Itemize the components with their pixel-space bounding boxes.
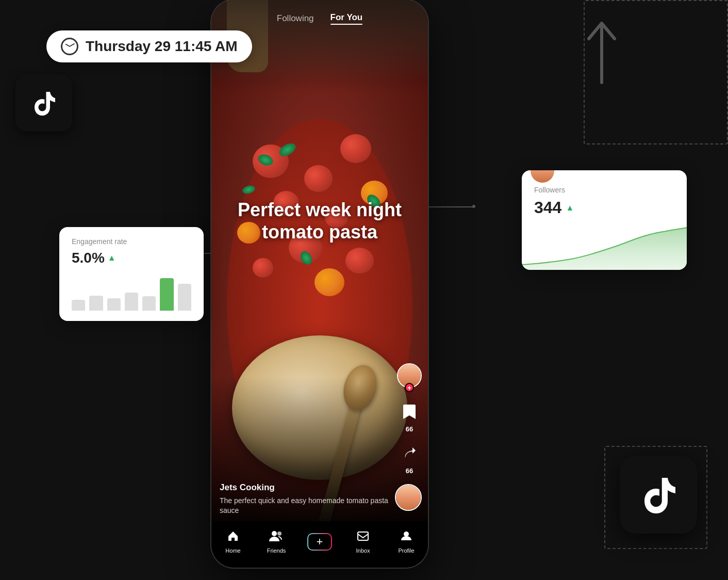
tab-for-you[interactable]: For You [330,8,363,29]
engagement-trend-icon: ▲ [108,253,116,263]
bookmark-count: 66 [406,425,413,433]
svg-point-3 [404,531,409,537]
creator-name: Jets Cooking [220,482,392,493]
svg-point-1 [277,531,282,536]
followers-label: Followers [534,186,674,194]
content-info: Jets Cooking The perfect quick and easy … [220,482,392,516]
nav-home[interactable]: Home [211,530,255,554]
inbox-label: Inbox [356,547,370,554]
nav-profile[interactable]: Profile [385,530,428,554]
friends-icon [269,530,284,545]
followers-trend-icon: ▲ [566,203,574,213]
nav-friends[interactable]: Friends [255,530,298,554]
followers-area-chart [522,223,687,270]
svg-rect-2 [358,532,368,540]
follow-plus-badge: + [405,383,414,392]
followers-count: 344 ▲ [534,198,674,217]
followers-avatar [529,170,556,184]
nav-inbox[interactable]: Inbox [341,530,385,554]
nav-add[interactable]: + [298,533,341,551]
bookmark-icon [398,400,421,423]
home-label: Home [225,547,240,554]
engagement-bar-chart [72,275,191,311]
followers-card: Followers 344 ▲ [522,170,687,270]
tiktok-logo-top-left [15,75,72,132]
inbox-icon [357,530,369,545]
share-action[interactable]: 66 [398,442,421,475]
arrow-up-icon [578,15,625,90]
right-actions: + 66 66 [397,363,422,475]
time-pill: Thursday 29 11:45 AM [46,30,252,62]
profile-label: Profile [398,547,414,554]
engagement-rate-card: Engagement rate 5.0% ▲ [59,227,204,321]
bookmark-action[interactable]: 66 [398,400,421,433]
tomato-4 [340,134,371,163]
home-icon [227,530,239,545]
clock-icon [61,38,78,55]
tomato-y-3 [315,268,344,296]
phone-header: Following For You [211,0,428,29]
time-text: Thursday 29 11:45 AM [86,38,238,55]
tomato-7 [253,258,273,278]
creator-avatar-bottom[interactable] [395,484,422,511]
share-count: 66 [406,467,413,475]
video-title: Perfect week night tomato pasta [211,199,428,243]
share-icon [398,442,421,465]
tomato-8 [345,248,374,273]
add-button[interactable]: + [307,533,332,551]
tab-following[interactable]: Following [277,9,314,28]
profile-icon [400,530,412,545]
bottom-nav: Home Friends + [211,521,428,568]
content-description: The perfect quick and easy homemade toma… [220,496,392,516]
phone-frame: Following For You Perfect week night tom… [211,0,428,568]
engagement-rate-value: 5.0% ▲ [72,250,191,266]
tiktok-logo-bottom-right [620,456,697,534]
engagement-rate-label: Engagement rate [72,237,191,246]
friends-label: Friends [267,547,286,554]
tomato-2 [304,165,333,192]
svg-point-0 [272,531,277,536]
